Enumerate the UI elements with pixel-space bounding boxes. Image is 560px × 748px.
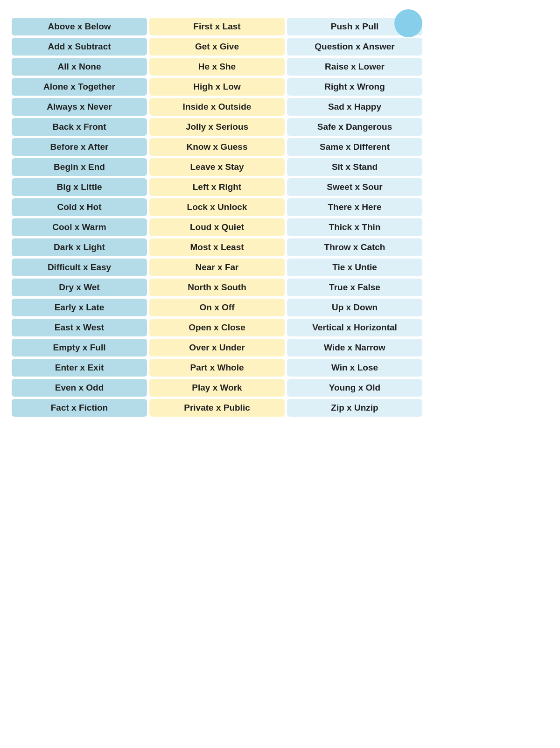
antonym-pair: Enter x Exit xyxy=(12,359,147,377)
antonym-pair: Empty x Full xyxy=(12,339,147,357)
antonym-pair: Even x Odd xyxy=(12,379,147,397)
antonym-pair: Young x Old xyxy=(287,379,422,397)
antonym-pair: Near x Far xyxy=(149,259,285,276)
antonym-pair: Fact x Fiction xyxy=(12,399,147,417)
page: Above x BelowAdd x SubtractAll x NoneAlo… xyxy=(5,5,429,426)
antonym-pair: Vertical x Horizontal xyxy=(287,319,422,336)
antonym-pair: Win x Lose xyxy=(287,359,422,377)
antonym-pair: Add x Subtract xyxy=(12,38,147,56)
antonym-pair: Get x Give xyxy=(149,38,285,56)
antonym-pair: First x Last xyxy=(149,18,285,35)
column-2: First x LastGet x GiveHe x SheHigh x Low… xyxy=(149,18,285,417)
antonym-pair: Loud x Quiet xyxy=(149,218,285,236)
antonym-pair: Sit x Stand xyxy=(287,158,422,176)
antonym-pair: Know x Guess xyxy=(149,138,285,156)
antonym-pair: Part x Whole xyxy=(149,359,285,377)
antonym-pair: Raise x Lower xyxy=(287,58,422,76)
antonym-pair: Throw x Catch xyxy=(287,238,422,256)
antonym-pair: Thick x Thin xyxy=(287,218,422,236)
column-3: Push x PullQuestion x AnswerRaise x Lowe… xyxy=(287,18,422,417)
antonym-pair: Same x Different xyxy=(287,138,422,156)
antonym-pair: East x West xyxy=(12,319,147,336)
antonym-pair: Early x Late xyxy=(12,299,147,316)
antonym-pair: Begin x End xyxy=(12,158,147,176)
antonym-pair: Safe x Dangerous xyxy=(287,118,422,136)
antonym-pair: North x South xyxy=(149,279,285,296)
antonym-pair: Open x Close xyxy=(149,319,285,336)
antonym-pair: Cool x Warm xyxy=(12,218,147,236)
antonym-pair: Inside x Outside xyxy=(149,98,285,116)
antonym-pair: Dark x Light xyxy=(12,238,147,256)
antonym-pair: All x None xyxy=(12,58,147,76)
antonym-pair: True x False xyxy=(287,279,422,296)
antonym-pair: Above x Below xyxy=(12,18,147,35)
antonym-pair: There x Here xyxy=(287,198,422,216)
antonym-pair: Difficult x Easy xyxy=(12,259,147,276)
antonym-pair: Alone x Together xyxy=(12,78,147,96)
antonym-pair: Always x Never xyxy=(12,98,147,116)
column-1: Above x BelowAdd x SubtractAll x NoneAlo… xyxy=(12,18,147,417)
antonym-pair: Sweet x Sour xyxy=(287,178,422,196)
tiger-icon xyxy=(394,9,422,37)
antonym-pair: Wide x Narrow xyxy=(287,339,422,357)
antonym-pair: Back x Front xyxy=(12,118,147,136)
antonym-pair: Over x Under xyxy=(149,339,285,357)
antonym-pair: Most x Least xyxy=(149,238,285,256)
antonym-pair: Tie x Untie xyxy=(287,259,422,276)
antonym-pair: On x Off xyxy=(149,299,285,316)
antonym-pair: Leave x Stay xyxy=(149,158,285,176)
antonym-pair: Question x Answer xyxy=(287,38,422,56)
antonym-pair: Sad x Happy xyxy=(287,98,422,116)
antonym-pair: Private x Public xyxy=(149,399,285,417)
antonym-pair: Right x Wrong xyxy=(287,78,422,96)
antonym-pair: He x She xyxy=(149,58,285,76)
antonym-pair: Big x Little xyxy=(12,178,147,196)
antonym-pair: Before x After xyxy=(12,138,147,156)
antonyms-grid: Above x BelowAdd x SubtractAll x NoneAlo… xyxy=(12,18,422,417)
antonym-pair: Jolly x Serious xyxy=(149,118,285,136)
antonym-pair: Dry x Wet xyxy=(12,279,147,296)
antonym-pair: Cold x Hot xyxy=(12,198,147,216)
antonym-pair: Zip x Unzip xyxy=(287,399,422,417)
antonym-pair: Up x Down xyxy=(287,299,422,316)
antonym-pair: Play x Work xyxy=(149,379,285,397)
antonym-pair: Left x Right xyxy=(149,178,285,196)
antonym-pair: Lock x Unlock xyxy=(149,198,285,216)
antonym-pair: High x Low xyxy=(149,78,285,96)
